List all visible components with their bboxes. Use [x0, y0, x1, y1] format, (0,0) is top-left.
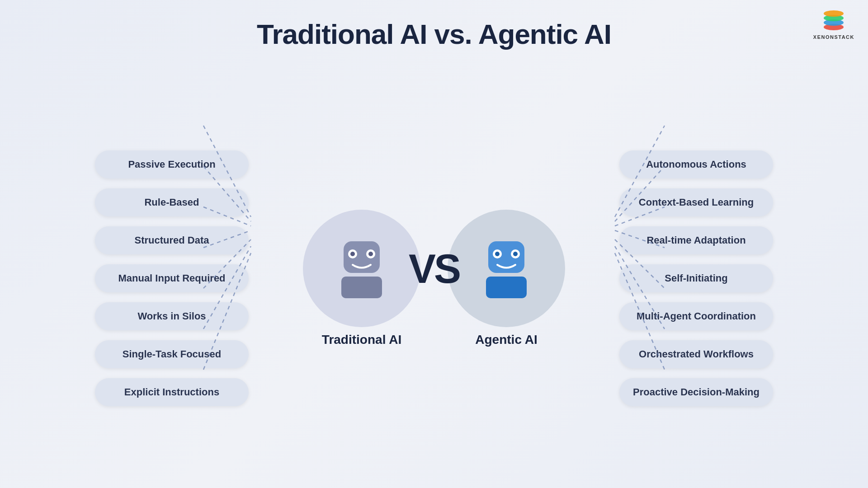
right-pill-4: Multi-Agent Coordination: [619, 302, 773, 330]
traditional-robot-icon: [332, 237, 391, 300]
left-pill-3: Manual Input Required: [95, 264, 249, 292]
logo-text: XENONSTACK: [813, 34, 854, 40]
svg-point-7: [350, 252, 355, 256]
left-column: Passive ExecutionRule-BasedStructured Da…: [95, 150, 249, 406]
left-pill-6: Explicit Instructions: [95, 378, 249, 406]
xenonstack-logo: [821, 8, 846, 33]
content-area: Passive ExecutionRule-BasedStructured Da…: [36, 77, 832, 479]
svg-point-14: [513, 252, 518, 256]
right-pill-1: Context-Based Learning: [619, 188, 773, 216]
traditional-robot-circle: [303, 210, 420, 327]
left-pill-5: Single-Task Focused: [95, 340, 249, 368]
left-pill-0: Passive Execution: [95, 150, 249, 178]
traditional-robot-section: Traditional AI: [303, 210, 420, 347]
vs-row: Traditional AI VS: [276, 210, 592, 347]
svg-point-8: [368, 252, 373, 256]
right-pill-0: Autonomous Actions: [619, 150, 773, 178]
agentic-label: Agentic AI: [475, 333, 537, 347]
center-area: Traditional AI VS: [276, 210, 592, 347]
right-column: Autonomous ActionsContext-Based Learning…: [619, 150, 773, 406]
agentic-robot-icon: [477, 237, 536, 300]
logo-container: XENONSTACK: [813, 8, 854, 40]
traditional-label: Traditional AI: [322, 333, 401, 347]
left-pill-2: Structured Data: [95, 226, 249, 254]
agentic-robot-section: Agentic AI: [448, 210, 565, 347]
agentic-robot-circle: [448, 210, 565, 327]
right-pill-6: Proactive Decision-Making: [619, 378, 773, 406]
right-pill-5: Orchestrated Workflows: [619, 340, 773, 368]
left-pill-4: Works in Silos: [95, 302, 249, 330]
svg-rect-15: [486, 277, 527, 298]
main-container: XENONSTACK Traditional AI vs. Agentic AI…: [0, 0, 868, 488]
svg-point-3: [824, 10, 844, 17]
left-pill-1: Rule-Based: [95, 188, 249, 216]
vs-text: VS: [409, 246, 459, 292]
right-pill-2: Real-time Adaptation: [619, 226, 773, 254]
svg-rect-9: [341, 277, 382, 298]
svg-point-13: [495, 252, 500, 256]
page-title: Traditional AI vs. Agentic AI: [257, 18, 611, 50]
right-pill-3: Self-Initiating: [619, 264, 773, 292]
